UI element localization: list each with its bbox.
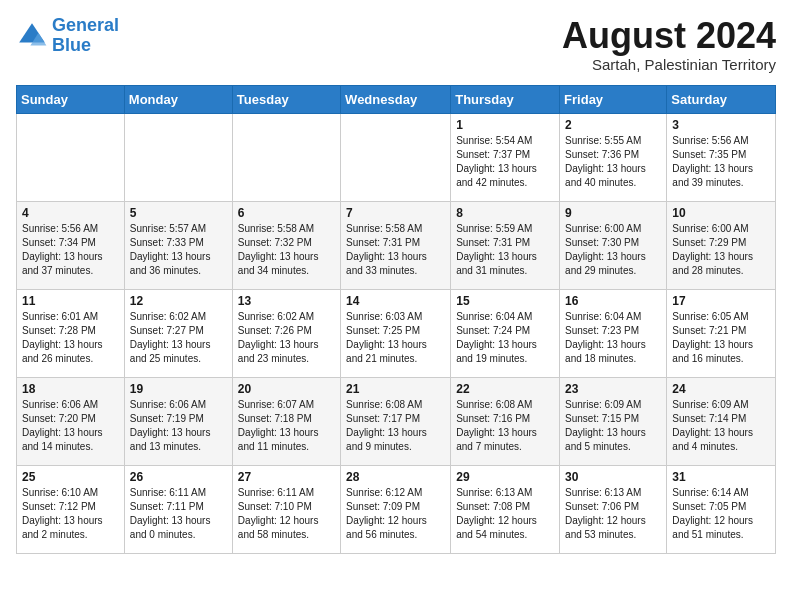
day-info: Sunrise: 6:11 AM Sunset: 7:10 PM Dayligh… [238, 486, 335, 542]
day-info: Sunrise: 5:58 AM Sunset: 7:32 PM Dayligh… [238, 222, 335, 278]
day-info: Sunrise: 6:06 AM Sunset: 7:20 PM Dayligh… [22, 398, 119, 454]
day-number: 7 [346, 206, 445, 220]
day-number: 21 [346, 382, 445, 396]
calendar-cell: 19Sunrise: 6:06 AM Sunset: 7:19 PM Dayli… [124, 377, 232, 465]
calendar-cell: 14Sunrise: 6:03 AM Sunset: 7:25 PM Dayli… [341, 289, 451, 377]
day-number: 26 [130, 470, 227, 484]
day-info: Sunrise: 6:07 AM Sunset: 7:18 PM Dayligh… [238, 398, 335, 454]
day-info: Sunrise: 6:13 AM Sunset: 7:06 PM Dayligh… [565, 486, 661, 542]
day-number: 14 [346, 294, 445, 308]
calendar-cell: 27Sunrise: 6:11 AM Sunset: 7:10 PM Dayli… [232, 465, 340, 553]
calendar-cell: 13Sunrise: 6:02 AM Sunset: 7:26 PM Dayli… [232, 289, 340, 377]
calendar-cell: 12Sunrise: 6:02 AM Sunset: 7:27 PM Dayli… [124, 289, 232, 377]
day-number: 6 [238, 206, 335, 220]
weekday-header-friday: Friday [560, 85, 667, 113]
day-number: 8 [456, 206, 554, 220]
calendar-cell: 1Sunrise: 5:54 AM Sunset: 7:37 PM Daylig… [451, 113, 560, 201]
calendar-cell: 4Sunrise: 5:56 AM Sunset: 7:34 PM Daylig… [17, 201, 125, 289]
day-info: Sunrise: 6:08 AM Sunset: 7:16 PM Dayligh… [456, 398, 554, 454]
day-number: 16 [565, 294, 661, 308]
day-number: 15 [456, 294, 554, 308]
calendar-cell: 16Sunrise: 6:04 AM Sunset: 7:23 PM Dayli… [560, 289, 667, 377]
day-number: 17 [672, 294, 770, 308]
page-header: General Blue August 2024 Sartah, Palesti… [16, 16, 776, 73]
title-area: August 2024 Sartah, Palestinian Territor… [562, 16, 776, 73]
day-number: 22 [456, 382, 554, 396]
day-info: Sunrise: 5:57 AM Sunset: 7:33 PM Dayligh… [130, 222, 227, 278]
day-info: Sunrise: 5:56 AM Sunset: 7:35 PM Dayligh… [672, 134, 770, 190]
weekday-header-thursday: Thursday [451, 85, 560, 113]
day-number: 25 [22, 470, 119, 484]
day-number: 28 [346, 470, 445, 484]
day-number: 20 [238, 382, 335, 396]
week-row-2: 4Sunrise: 5:56 AM Sunset: 7:34 PM Daylig… [17, 201, 776, 289]
calendar-title: August 2024 [562, 16, 776, 56]
logo: General Blue [16, 16, 119, 56]
day-info: Sunrise: 6:02 AM Sunset: 7:26 PM Dayligh… [238, 310, 335, 366]
weekday-header-sunday: Sunday [17, 85, 125, 113]
day-number: 12 [130, 294, 227, 308]
day-number: 18 [22, 382, 119, 396]
weekday-header-saturday: Saturday [667, 85, 776, 113]
day-info: Sunrise: 6:14 AM Sunset: 7:05 PM Dayligh… [672, 486, 770, 542]
day-info: Sunrise: 5:58 AM Sunset: 7:31 PM Dayligh… [346, 222, 445, 278]
day-info: Sunrise: 6:10 AM Sunset: 7:12 PM Dayligh… [22, 486, 119, 542]
day-info: Sunrise: 6:08 AM Sunset: 7:17 PM Dayligh… [346, 398, 445, 454]
day-info: Sunrise: 6:11 AM Sunset: 7:11 PM Dayligh… [130, 486, 227, 542]
calendar-cell: 21Sunrise: 6:08 AM Sunset: 7:17 PM Dayli… [341, 377, 451, 465]
day-number: 24 [672, 382, 770, 396]
day-number: 1 [456, 118, 554, 132]
day-number: 27 [238, 470, 335, 484]
day-number: 13 [238, 294, 335, 308]
day-number: 4 [22, 206, 119, 220]
calendar-cell: 26Sunrise: 6:11 AM Sunset: 7:11 PM Dayli… [124, 465, 232, 553]
day-info: Sunrise: 6:09 AM Sunset: 7:15 PM Dayligh… [565, 398, 661, 454]
calendar-cell [341, 113, 451, 201]
day-number: 19 [130, 382, 227, 396]
day-info: Sunrise: 6:04 AM Sunset: 7:24 PM Dayligh… [456, 310, 554, 366]
weekday-header-row: SundayMondayTuesdayWednesdayThursdayFrid… [17, 85, 776, 113]
day-number: 9 [565, 206, 661, 220]
calendar-cell: 22Sunrise: 6:08 AM Sunset: 7:16 PM Dayli… [451, 377, 560, 465]
calendar-cell [17, 113, 125, 201]
weekday-header-wednesday: Wednesday [341, 85, 451, 113]
logo-icon [16, 20, 48, 52]
day-info: Sunrise: 6:12 AM Sunset: 7:09 PM Dayligh… [346, 486, 445, 542]
day-info: Sunrise: 6:06 AM Sunset: 7:19 PM Dayligh… [130, 398, 227, 454]
day-info: Sunrise: 5:59 AM Sunset: 7:31 PM Dayligh… [456, 222, 554, 278]
week-row-5: 25Sunrise: 6:10 AM Sunset: 7:12 PM Dayli… [17, 465, 776, 553]
calendar-cell: 20Sunrise: 6:07 AM Sunset: 7:18 PM Dayli… [232, 377, 340, 465]
day-info: Sunrise: 6:02 AM Sunset: 7:27 PM Dayligh… [130, 310, 227, 366]
calendar-cell: 15Sunrise: 6:04 AM Sunset: 7:24 PM Dayli… [451, 289, 560, 377]
day-number: 31 [672, 470, 770, 484]
day-info: Sunrise: 5:56 AM Sunset: 7:34 PM Dayligh… [22, 222, 119, 278]
logo-line2: Blue [52, 35, 91, 55]
calendar-cell: 24Sunrise: 6:09 AM Sunset: 7:14 PM Dayli… [667, 377, 776, 465]
calendar-subtitle: Sartah, Palestinian Territory [562, 56, 776, 73]
logo-line1: General [52, 15, 119, 35]
day-info: Sunrise: 6:00 AM Sunset: 7:30 PM Dayligh… [565, 222, 661, 278]
calendar-cell: 28Sunrise: 6:12 AM Sunset: 7:09 PM Dayli… [341, 465, 451, 553]
calendar-cell: 5Sunrise: 5:57 AM Sunset: 7:33 PM Daylig… [124, 201, 232, 289]
calendar-cell: 31Sunrise: 6:14 AM Sunset: 7:05 PM Dayli… [667, 465, 776, 553]
day-info: Sunrise: 6:04 AM Sunset: 7:23 PM Dayligh… [565, 310, 661, 366]
day-info: Sunrise: 6:00 AM Sunset: 7:29 PM Dayligh… [672, 222, 770, 278]
week-row-1: 1Sunrise: 5:54 AM Sunset: 7:37 PM Daylig… [17, 113, 776, 201]
calendar-cell: 8Sunrise: 5:59 AM Sunset: 7:31 PM Daylig… [451, 201, 560, 289]
day-info: Sunrise: 6:13 AM Sunset: 7:08 PM Dayligh… [456, 486, 554, 542]
calendar-cell: 23Sunrise: 6:09 AM Sunset: 7:15 PM Dayli… [560, 377, 667, 465]
day-number: 23 [565, 382, 661, 396]
calendar-cell: 29Sunrise: 6:13 AM Sunset: 7:08 PM Dayli… [451, 465, 560, 553]
logo-text: General Blue [52, 16, 119, 56]
calendar-table: SundayMondayTuesdayWednesdayThursdayFrid… [16, 85, 776, 554]
day-number: 3 [672, 118, 770, 132]
weekday-header-monday: Monday [124, 85, 232, 113]
week-row-4: 18Sunrise: 6:06 AM Sunset: 7:20 PM Dayli… [17, 377, 776, 465]
day-number: 30 [565, 470, 661, 484]
calendar-cell: 17Sunrise: 6:05 AM Sunset: 7:21 PM Dayli… [667, 289, 776, 377]
week-row-3: 11Sunrise: 6:01 AM Sunset: 7:28 PM Dayli… [17, 289, 776, 377]
calendar-cell [232, 113, 340, 201]
calendar-cell: 11Sunrise: 6:01 AM Sunset: 7:28 PM Dayli… [17, 289, 125, 377]
day-info: Sunrise: 6:03 AM Sunset: 7:25 PM Dayligh… [346, 310, 445, 366]
calendar-cell: 3Sunrise: 5:56 AM Sunset: 7:35 PM Daylig… [667, 113, 776, 201]
